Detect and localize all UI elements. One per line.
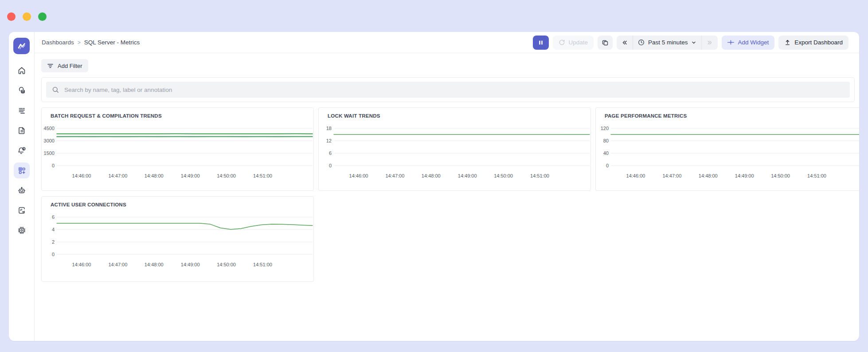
svg-text:18: 18 [326,126,332,131]
svg-text:6: 6 [329,150,332,156]
svg-text:0: 0 [52,163,55,168]
panel-title: PAGE PERFORMANCE METRICS [605,113,859,119]
svg-text:14:50:00: 14:50:00 [217,262,236,267]
add-filter-button[interactable]: Add Filter [41,59,88,72]
app-window: Dashboards > SQL Server - Metrics [9,32,859,341]
plus-icon [727,39,734,46]
sidebar [9,32,35,341]
panel-title: ACTIVE USER CONNECTIONS [51,202,313,207]
panel-row-1: BATCH REQUEST & COMPILATION TRENDS 45003… [41,107,859,191]
sidebar-item-services[interactable] [9,80,35,100]
svg-text:2: 2 [52,239,55,245]
svg-text:14:51:00: 14:51:00 [253,262,272,267]
svg-text:14:46:00: 14:46:00 [72,262,91,267]
svg-text:14:49:00: 14:49:00 [735,173,754,178]
svg-text:14:46:00: 14:46:00 [72,173,91,178]
svg-text:14:47:00: 14:47:00 [108,262,127,267]
sidebar-item-integrations[interactable] [9,200,35,220]
time-shift-forward-button[interactable] [702,36,718,50]
time-range-value: Past 5 minutes [648,39,688,46]
time-range-control: Past 5 minutes [617,36,718,50]
update-button[interactable]: Update [553,36,594,50]
svg-text:3000: 3000 [44,138,55,143]
search-container [41,77,855,102]
svg-text:14:48:00: 14:48:00 [145,262,164,267]
panel-page-performance-metrics[interactable]: PAGE PERFORMANCE METRICS 1208040014:46:0… [595,107,859,191]
svg-text:14:47:00: 14:47:00 [108,173,127,178]
panel-title: LOCK WAIT TRENDS [328,113,590,119]
update-label: Update [569,39,588,46]
search-input[interactable] [64,87,844,93]
panel-batch-request-compilation-trends[interactable]: BATCH REQUEST & COMPILATION TRENDS 45003… [41,107,314,191]
signoz-logo-icon [17,41,27,51]
search-icon [52,86,59,94]
dashboard-content: Add Filter BATCH REQUEST & COMPILATION T… [35,53,859,341]
pause-icon [538,40,543,45]
sidebar-item-home[interactable] [9,60,35,80]
line-chart: 450030001500014:46:0014:47:0014:48:0014:… [42,121,313,187]
search-field[interactable] [46,82,850,98]
svg-text:14:49:00: 14:49:00 [181,173,200,178]
panel-active-user-connections[interactable]: ACTIVE USER CONNECTIONS 642014:46:0014:4… [41,196,314,282]
breadcrumb-separator: > [78,40,81,46]
close-window-button[interactable] [7,12,16,21]
svg-text:14:51:00: 14:51:00 [530,173,549,178]
refresh-icon [559,39,565,46]
chevrons-right-icon [707,40,713,46]
time-range-selector[interactable]: Past 5 minutes [633,36,701,50]
export-dashboard-button[interactable]: Export Dashboard [778,36,848,50]
svg-text:40: 40 [603,150,609,156]
sidebar-item-logs[interactable] [9,120,35,140]
line-chart: 642014:46:0014:47:0014:48:0014:49:0014:5… [42,210,313,276]
line-chart: 18126014:46:0014:47:0014:48:0014:49:0014… [319,121,590,187]
sidebar-item-traces[interactable] [9,100,35,120]
breadcrumb-dashboards[interactable]: Dashboards [42,39,74,46]
svg-text:14:48:00: 14:48:00 [699,173,718,178]
dashboards-icon [17,166,26,175]
time-shift-back-button[interactable] [617,36,633,50]
svg-text:14:51:00: 14:51:00 [807,173,826,178]
copy-icon [602,39,609,46]
sidebar-item-ai-assistant[interactable] [9,180,35,200]
sidebar-item-infrastructure[interactable] [9,220,35,240]
panel-lock-wait-trends[interactable]: LOCK WAIT TRENDS 18126014:46:0014:47:001… [318,107,591,191]
svg-text:1500: 1500 [44,150,55,156]
svg-text:14:50:00: 14:50:00 [494,173,513,178]
svg-text:14:50:00: 14:50:00 [217,173,236,178]
alerts-icon [17,146,26,155]
logs-icon [17,126,26,135]
svg-text:6: 6 [52,214,55,220]
svg-text:0: 0 [606,163,609,168]
svg-text:4500: 4500 [44,126,55,131]
copy-dashboard-button[interactable] [598,36,613,50]
maximize-window-button[interactable] [38,12,47,21]
sidebar-item-dashboards[interactable] [9,160,35,180]
header-controls: Update [533,36,848,50]
upload-icon [784,39,791,46]
chevron-down-icon [691,40,696,45]
add-filter-label: Add Filter [58,63,82,69]
svg-text:14:50:00: 14:50:00 [771,173,790,178]
chevrons-left-icon [622,40,628,46]
svg-text:14:46:00: 14:46:00 [626,173,645,178]
svg-text:120: 120 [601,126,609,131]
svg-text:0: 0 [52,252,55,257]
services-icon [17,86,26,95]
breadcrumb-current-page: SQL Server - Metrics [84,39,140,46]
svg-text:14:48:00: 14:48:00 [422,173,441,178]
add-widget-button[interactable]: Add Widget [722,36,774,50]
svg-text:14:48:00: 14:48:00 [145,173,164,178]
svg-text:12: 12 [326,138,332,143]
svg-text:4: 4 [52,227,55,232]
clock-icon [638,39,645,46]
app-logo[interactable] [13,38,30,54]
desktop-background: { "window_controls": { "close_color": "#… [0,0,868,352]
traces-icon [17,106,26,115]
pause-refresh-button[interactable] [533,36,549,50]
sidebar-item-alerts[interactable] [9,140,35,160]
minimize-window-button[interactable] [23,12,31,21]
svg-text:80: 80 [603,138,609,143]
panel-title: BATCH REQUEST & COMPILATION TRENDS [51,113,313,119]
svg-text:0: 0 [329,163,332,168]
breadcrumb: Dashboards > SQL Server - Metrics [42,39,140,46]
